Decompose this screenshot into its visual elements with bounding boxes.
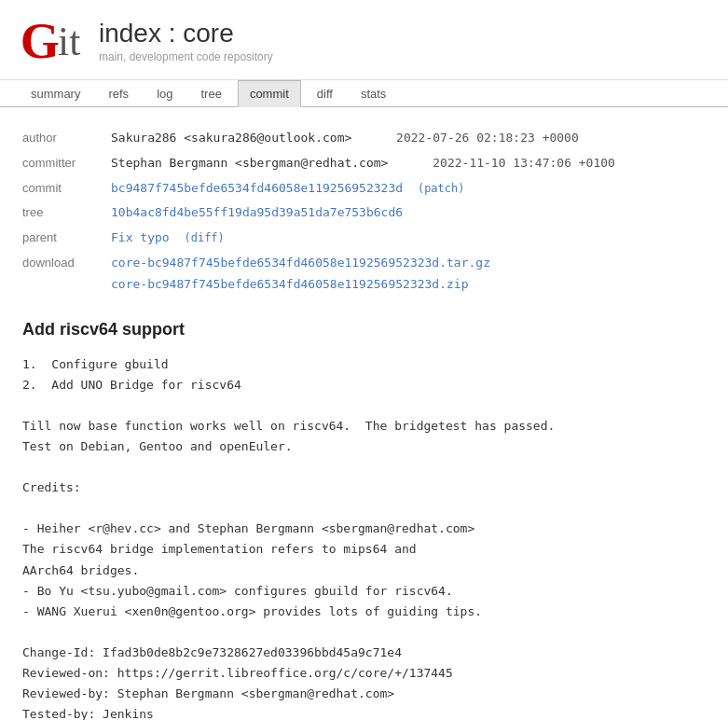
download-row: download core-bc9487f745befde6534fd46058… xyxy=(22,251,706,298)
page-subtitle: main, development code repository xyxy=(99,50,273,63)
page-header: G it index : core main, development code… xyxy=(0,0,728,80)
header-text: index : core main, development code repo… xyxy=(99,19,273,63)
tab-log[interactable]: log xyxy=(144,80,185,107)
parent-diff-link[interactable]: (diff) xyxy=(184,231,224,244)
committer-label: committer xyxy=(22,154,111,173)
author-name: Sakura286 <sakura286@outlook.com> xyxy=(111,131,351,145)
tab-refs[interactable]: refs xyxy=(96,80,141,107)
author-row: author Sakura286 <sakura286@outlook.com>… xyxy=(22,126,706,151)
git-logo: G it xyxy=(19,11,84,70)
author-value: Sakura286 <sakura286@outlook.com> 2022-0… xyxy=(111,129,579,148)
tree-value: 10b4ac8fd4be55ff19da95d39a51da7e753b6cd6 xyxy=(111,203,403,223)
tab-stats[interactable]: stats xyxy=(349,80,398,107)
tab-diff[interactable]: diff xyxy=(305,80,345,107)
parent-label: parent xyxy=(22,228,111,248)
parent-value: Fix typo (diff) xyxy=(111,228,225,248)
page-title: index : core xyxy=(99,19,273,48)
svg-text:it: it xyxy=(58,19,80,63)
commit-body: 1. Configure gbuild 2. Add UNO Bridge fo… xyxy=(22,354,706,720)
tree-hash-link[interactable]: 10b4ac8fd4be55ff19da95d39a51da7e753b6cd6 xyxy=(111,205,403,219)
tree-label: tree xyxy=(22,203,111,223)
tree-row: tree 10b4ac8fd4be55ff19da95d39a51da7e753… xyxy=(22,201,706,226)
commit-row: commit bc9487f745befde6534fd46058e119256… xyxy=(22,176,706,201)
commit-title: Add riscv64 support xyxy=(22,320,706,339)
parent-row: parent Fix typo (diff) xyxy=(22,226,706,251)
committer-value: Stephan Bergmann <sbergman@redhat.com> 2… xyxy=(111,154,615,173)
download-zip-link[interactable]: core-bc9487f745befde6534fd46058e11925695… xyxy=(111,275,490,295)
tab-summary[interactable]: summary xyxy=(19,80,92,107)
commit-value: bc9487f745befde6534fd46058e119256952323d… xyxy=(111,179,464,199)
committer-row: committer Stephan Bergmann <sbergman@red… xyxy=(22,151,706,176)
parent-link[interactable]: Fix typo xyxy=(111,230,170,244)
tab-commit[interactable]: commit xyxy=(238,80,301,107)
commit-info: author Sakura286 <sakura286@outlook.com>… xyxy=(22,126,706,298)
tab-tree[interactable]: tree xyxy=(188,80,233,107)
download-value: core-bc9487f745befde6534fd46058e11925695… xyxy=(111,254,490,295)
download-tar-link[interactable]: core-bc9487f745befde6534fd46058e11925695… xyxy=(111,254,490,273)
author-date: 2022-07-26 02:18:23 +0000 xyxy=(396,131,579,145)
nav-tabs: summary refs log tree commit diff stats xyxy=(0,80,728,107)
commit-hash-link[interactable]: bc9487f745befde6534fd46058e119256952323d xyxy=(111,181,403,195)
commit-patch-link[interactable]: (patch) xyxy=(418,182,465,195)
author-label: author xyxy=(22,129,111,148)
committer-name: Stephan Bergmann <sbergman@redhat.com> xyxy=(111,156,388,170)
svg-text:G: G xyxy=(21,13,60,67)
main-content: author Sakura286 <sakura286@outlook.com>… xyxy=(0,107,728,720)
commit-label: commit xyxy=(22,179,111,199)
download-label: download xyxy=(22,254,111,295)
committer-date: 2022-11-10 13:47:06 +0100 xyxy=(433,156,615,170)
